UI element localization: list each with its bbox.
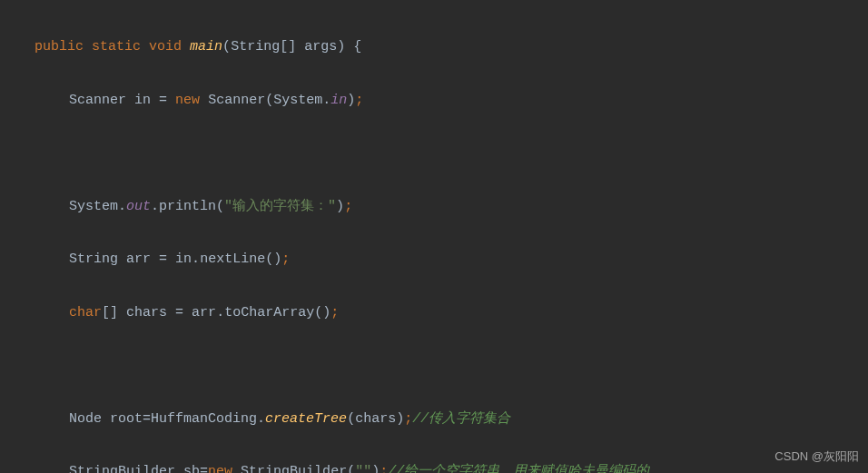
- code-line: public static void main(String[] args) {: [35, 34, 868, 60]
- code-editor[interactable]: public static void main(String[] args) {…: [0, 0, 868, 473]
- code-line: StringBuilder sb=new StringBuilder("");/…: [35, 458, 868, 473]
- code-line: String arr = in.nextLine();: [35, 246, 868, 272]
- code-line: Scanner in = new Scanner(System.in);: [35, 87, 868, 113]
- code-line: Node root=HuffmanCoding.createTree(chars…: [35, 406, 868, 432]
- code-line: char[] chars = arr.toCharArray();: [35, 300, 868, 326]
- code-line: System.out.println("输入的字符集：");: [35, 193, 868, 220]
- watermark: CSDN @灰阳阳: [774, 445, 859, 468]
- code-line-empty: [35, 140, 868, 166]
- code-line-empty: [35, 352, 868, 379]
